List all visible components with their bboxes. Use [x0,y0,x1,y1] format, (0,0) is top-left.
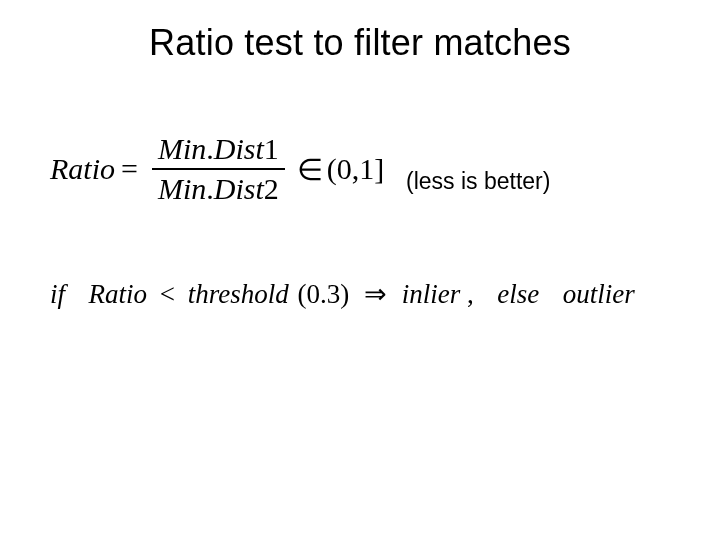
lt-sign: < [160,279,175,309]
denominator: Min.Dist2 [152,170,285,206]
numerator: Min.Dist1 [152,132,285,168]
ratio-word: Ratio [89,279,148,309]
ratio-lhs: Ratio [50,152,115,186]
denominator-dot: . [206,172,214,205]
implies-sign: ⇒ [364,279,387,309]
numerator-min: Min [158,132,206,165]
outlier-word: outlier [563,279,635,309]
denominator-num: 2 [264,172,279,205]
slide: Ratio test to filter matches Ratio = Min… [0,0,720,540]
comma: , [467,279,474,309]
ratio-formula: Ratio = Min.Dist1 Min.Dist2 ∈ (0,1] [50,132,384,206]
page-title: Ratio test to filter matches [80,22,640,64]
threshold-word: threshold [188,279,289,309]
note-less-is-better: (less is better) [406,168,550,195]
denominator-min: Min [158,172,206,205]
numerator-num: 1 [264,132,279,165]
inlier-word: inlier [402,279,461,309]
fraction: Min.Dist1 Min.Dist2 [152,132,285,206]
else-word: else [497,279,539,309]
numerator-dot: . [206,132,214,165]
equals-sign: = [121,152,138,186]
threshold-rule: if Ratio < threshold (0.3) ⇒ inlier , el… [50,278,635,310]
element-of: ∈ [297,152,323,187]
if-keyword: if [50,279,65,309]
denominator-dist: Dist [214,172,264,205]
threshold-value: (0.3) [298,279,350,309]
numerator-dist: Dist [214,132,264,165]
interval: (0,1] [327,152,384,186]
